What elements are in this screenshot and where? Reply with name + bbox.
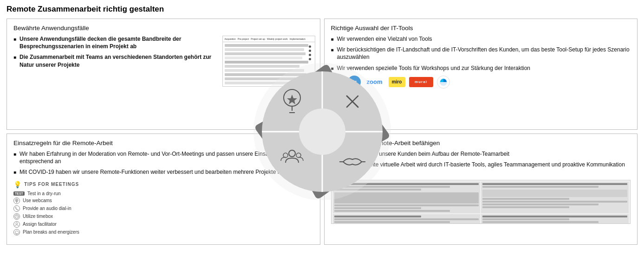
quadrant-tl-title: Bewährte Anwendungsfälle xyxy=(13,25,218,32)
lightbulb-icon: 💡 xyxy=(13,181,21,188)
quadrant-br-title: Teams für die Remote-Arbeit befähigen xyxy=(331,140,631,146)
bl-bullet-1: Wir haben Erfahrung in der Moderation vo… xyxy=(13,150,313,165)
tips-header: 💡 TIPS FOR MEETINGS xyxy=(13,181,313,188)
teamviewer-icon: ⇆ xyxy=(348,76,361,89)
svg-text:W: W xyxy=(336,81,339,84)
tool-icons-row: W ⇆ zoom miro mural xyxy=(331,76,631,89)
br-image-cell-1 xyxy=(333,182,481,213)
mural-logo: mural xyxy=(409,77,433,87)
phone-icon xyxy=(13,205,20,212)
tip-item-5: Assign facilitator xyxy=(13,221,313,228)
tip-item-6: Plan breaks and energizers xyxy=(13,229,313,235)
tl-bullet-2: Die Zusammenarbeit mit Teams an verschie… xyxy=(13,53,218,68)
br-image-cell-3 xyxy=(333,214,481,224)
page: Remote Zusammenarbeit richtig gestalten … xyxy=(0,0,644,280)
tr-bullet-list: Wir verwenden eine Vielzahl von Tools Wi… xyxy=(331,35,631,72)
quadrant-bottom-left: Einsatzregeln für die Remote-Arbeit Wir … xyxy=(7,134,320,245)
page-title: Remote Zusammenarbeit richtig gestalten xyxy=(7,5,637,14)
quadrant-bl-title: Einsatzregeln für die Remote-Arbeit xyxy=(13,140,313,146)
tl-bullet-list: Unsere Anwendungsfälle decken die gesamt… xyxy=(13,35,218,69)
tip-item-2: Use webcams xyxy=(13,197,313,204)
br-image-cell-4 xyxy=(481,214,629,224)
tl-image: Acquisition Pre-project Project set-up W… xyxy=(222,36,315,87)
miro-logo: miro xyxy=(389,77,405,87)
tips-section: 💡 TIPS FOR MEETINGS TEST Test in a dry-r… xyxy=(13,181,313,235)
tip-text-4: Utilize timebox xyxy=(23,214,53,219)
tip-item-3: Provide an audio dial-in xyxy=(13,205,313,212)
tip-text-3: Provide an audio dial-in xyxy=(23,206,72,211)
timebox-icon xyxy=(13,213,20,220)
br-image xyxy=(331,180,631,224)
svg-point-11 xyxy=(16,223,18,224)
quadrant-bottom-right: Teams für die Remote-Arbeit befähigen Wi… xyxy=(324,134,638,245)
webex-icon: W xyxy=(331,76,344,89)
main-grid: Bewährte Anwendungsfälle Unsere Anwendun… xyxy=(7,19,637,245)
quadrant-top-left: Bewährte Anwendungsfälle Unsere Anwendun… xyxy=(7,19,320,130)
tip-item-1: TEST Test in a dry-run xyxy=(13,191,313,196)
tl-image-dots xyxy=(309,45,311,60)
bl-bullet-list: Wir haben Erfahrung in der Moderation vo… xyxy=(13,150,313,176)
tr-bullet-1: Wir verwenden eine Vielzahl von Tools xyxy=(331,35,631,43)
tips-title: TIPS FOR MEETINGS xyxy=(24,182,79,187)
br-bullet-2: Unsere effiziente virtuelle Arbeit wird … xyxy=(331,161,631,176)
tip-text-1: Test in a dry-run xyxy=(27,191,61,196)
quadrant-tr-title: Richtige Auswahl der IT-Tools xyxy=(331,25,631,32)
quadrant-top-right: Richtige Auswahl der IT-Tools Wir verwen… xyxy=(324,19,638,130)
svg-text:⇆: ⇆ xyxy=(352,79,357,85)
br-image-cell-2 xyxy=(481,182,629,213)
svg-point-6 xyxy=(16,199,18,201)
tip-text-2: Use webcams xyxy=(23,198,52,203)
tip-badge-test: TEST xyxy=(13,191,25,196)
tl-bullet-1: Unsere Anwendungsfälle decken die gesamt… xyxy=(13,35,218,50)
tr-bullet-3: Wir verwenden spezielle Tools für Worksh… xyxy=(331,64,631,72)
tip-text-5: Assign facilitator xyxy=(23,222,57,227)
breaks-icon xyxy=(13,229,20,235)
webcam-icon xyxy=(13,197,20,204)
tip-text-6: Plan breaks and energizers xyxy=(23,229,79,235)
br-bullet-list: Wir unterstützen unsere Kunden beim Aufb… xyxy=(331,150,631,176)
svg-rect-7 xyxy=(16,202,17,203)
tl-image-rows xyxy=(223,42,315,86)
powerbi-icon xyxy=(437,76,450,89)
tl-image-header: Acquisition Pre-project Project set-up W… xyxy=(223,36,315,42)
zoom-logo: zoom xyxy=(364,76,385,88)
tr-bullet-2: Wir berücksichtigen die IT-Landschaft un… xyxy=(331,46,631,61)
facilitator-icon xyxy=(13,221,20,228)
tip-item-4: Utilize timebox xyxy=(13,213,313,220)
tips-list: TEST Test in a dry-run Use webcams Pro xyxy=(13,191,313,235)
br-bullet-1: Wir unterstützen unsere Kunden beim Aufb… xyxy=(331,150,631,158)
bl-bullet-2: Mit COVID-19 haben wir unsere Remote-Fun… xyxy=(13,168,313,176)
